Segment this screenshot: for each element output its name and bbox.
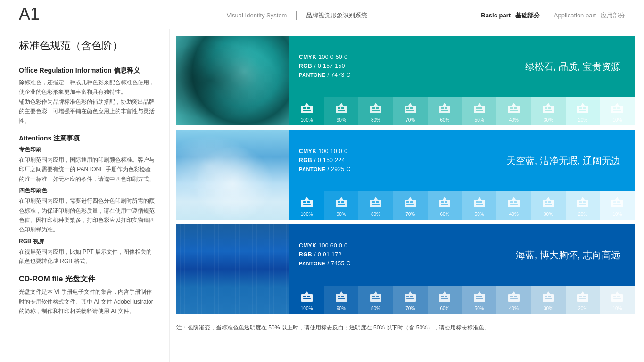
header-center-divider [296, 11, 297, 20]
teal-swatch-80: 80% [358, 97, 393, 125]
svg-rect-122 [441, 296, 444, 297]
svg-rect-100 [301, 294, 313, 302]
svg-rect-98 [617, 201, 620, 203]
svg-rect-59 [338, 204, 345, 205]
svg-rect-134 [510, 298, 518, 299]
svg-marker-76 [478, 197, 481, 200]
svg-rect-15 [405, 106, 416, 113]
svg-rect-40 [577, 106, 588, 113]
skyblue-swatch-10: 10% [600, 191, 635, 220]
svg-rect-127 [476, 296, 479, 297]
header: A1 Visual Identity System 品牌视觉形象识别系统 Bas… [0, 0, 644, 29]
svg-rect-25 [474, 106, 485, 113]
svg-rect-50 [301, 200, 313, 207]
svg-rect-143 [583, 296, 586, 297]
svg-rect-83 [514, 201, 517, 203]
svg-rect-23 [445, 107, 447, 109]
svg-rect-120 [439, 294, 450, 302]
svg-marker-21 [443, 103, 446, 106]
navy-swatch-10: 10% [600, 286, 635, 314]
vi-label: Visual Identity System [227, 12, 287, 19]
svg-marker-121 [443, 291, 446, 294]
svg-rect-29 [476, 110, 483, 111]
skyblue-swatch-70: 70% [393, 191, 428, 220]
navy-color-row: CMYK 100 60 0 0 RGB / 0 91 172 PANTONE /… [176, 224, 635, 314]
svg-rect-102 [303, 296, 306, 297]
svg-rect-89 [545, 204, 552, 205]
navy-tagline: 海蓝, 博大胸怀, 志向高远 [374, 224, 635, 286]
svg-rect-7 [338, 107, 340, 109]
rgb-body: 在视屏范围内应用，比如 PPT 展示文件，图像相关的颜色也要转化成 RGB 格式… [19, 247, 155, 266]
svg-marker-11 [374, 103, 378, 106]
svg-rect-55 [336, 200, 347, 207]
svg-marker-106 [339, 291, 343, 294]
main: 标准色规范（含色阶） Office Regulation Information… [0, 29, 644, 362]
bottom-note: 注：色阶渐变，当标准色色透明度在 50% 以上时，请使用标志反白；透明度在 50… [176, 321, 635, 332]
attentions-title: Attentions 注意事项 [19, 134, 155, 143]
svg-rect-84 [510, 204, 518, 205]
teal-swatches: 100% [289, 97, 635, 125]
teal-color-row: CMYK 100 0 50 0 RGB / 0 157 150 PANTONE … [176, 36, 635, 125]
svg-rect-123 [445, 296, 447, 297]
teal-swatch-50: 50% [462, 97, 496, 125]
svg-rect-20 [439, 106, 450, 113]
svg-rect-79 [476, 204, 483, 205]
teal-top: CMYK 100 0 50 0 RGB / 0 157 150 PANTONE … [289, 36, 635, 97]
svg-rect-80 [508, 200, 520, 207]
svg-rect-93 [583, 201, 586, 203]
skyblue-swatches: 100% 90% 80% 70% [289, 191, 635, 220]
svg-rect-14 [372, 110, 380, 111]
svg-rect-130 [508, 294, 520, 302]
teal-cmyk: CMYK 100 0 50 0 [299, 53, 365, 60]
svg-rect-10 [370, 106, 381, 113]
svg-rect-0 [301, 106, 313, 113]
svg-rect-5 [336, 106, 347, 113]
navy-top: CMYK 100 60 0 0 RGB / 0 91 172 PANTONE /… [289, 224, 635, 286]
ocean-photo [176, 224, 289, 314]
svg-rect-68 [410, 201, 413, 203]
svg-rect-147 [613, 296, 616, 297]
svg-rect-69 [406, 204, 414, 205]
svg-rect-140 [577, 294, 588, 302]
svg-rect-12 [372, 107, 375, 109]
svg-rect-4 [303, 110, 311, 111]
svg-rect-144 [579, 298, 586, 299]
sidebar-title: 标准色规范（含色阶） [19, 39, 155, 58]
special-print-body: 在印刷范围内应用，国际通用的印刷颜色标准。客户与印厂之间需要有统一的 PANTO… [19, 155, 155, 184]
svg-rect-13 [376, 107, 379, 109]
svg-marker-126 [478, 291, 481, 294]
attentions-section: Attentions 注意事项 专色印刷 在印刷范围内应用，国际通用的印刷颜色标… [19, 134, 155, 266]
svg-marker-61 [374, 197, 378, 200]
svg-rect-48 [617, 107, 620, 109]
four-color-body: 在印刷范围内应用，需要进行四色分色印刷时所需的颜色标准，为保证印刷的色彩质量，请… [19, 196, 155, 235]
svg-marker-66 [408, 197, 412, 200]
svg-rect-117 [406, 296, 409, 297]
svg-rect-52 [303, 201, 306, 203]
svg-marker-71 [443, 197, 446, 200]
navy-specs: CMYK 100 60 0 0 RGB / 0 91 172 PANTONE /… [289, 224, 374, 286]
skyblue-swatch-40: 40% [496, 191, 531, 220]
svg-rect-128 [479, 296, 482, 297]
svg-marker-146 [615, 291, 619, 294]
app-part-label: Application part 应用部分 [554, 11, 625, 20]
svg-rect-114 [372, 298, 380, 299]
navy-swatch-60: 60% [428, 286, 462, 314]
svg-marker-96 [615, 197, 619, 200]
content-area: CMYK 100 0 50 0 RGB / 0 157 150 PANTONE … [170, 29, 644, 362]
svg-rect-108 [341, 296, 344, 297]
svg-rect-27 [476, 107, 479, 109]
svg-marker-16 [408, 103, 412, 106]
cdrom-section: CD-ROM file 光盘文件 光盘文件是本 VI 手册电子文件的集合，内含手… [19, 274, 155, 316]
svg-rect-145 [611, 294, 623, 302]
svg-rect-3 [307, 107, 310, 109]
svg-rect-2 [303, 107, 306, 109]
teal-swatch-40: 40% [496, 97, 531, 125]
office-regulation-body: 除标准色，还指定一种或几种色彩来配合标准色使用，使企业的色彩形象更加丰富和具有独… [19, 78, 155, 126]
svg-marker-51 [305, 197, 309, 200]
svg-rect-60 [370, 200, 381, 207]
teal-photo [176, 36, 289, 125]
svg-marker-91 [581, 197, 585, 200]
skyblue-swatch-50: 50% [462, 191, 496, 220]
office-regulation-title: Office Regulation Information 信息释义 [19, 66, 155, 75]
svg-rect-97 [613, 201, 616, 203]
